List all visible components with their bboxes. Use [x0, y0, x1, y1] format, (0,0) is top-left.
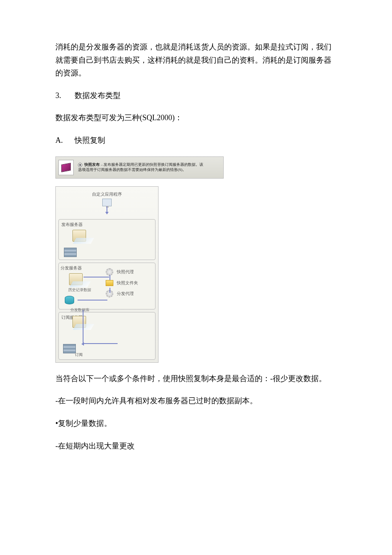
database-cylinder-icon — [65, 296, 74, 304]
bullet-small-data: •复制少量数据。 — [55, 417, 337, 430]
snapshot-option-description: 快照发布 – 发布服务器定期用已更新的快照替换订阅服务器的数据。该 选项适用于订… — [78, 162, 203, 172]
book-icon — [58, 160, 74, 175]
list-text-3: 数据发布类型 — [75, 91, 121, 100]
list-number-3: 3. — [55, 89, 72, 102]
topology-app-segment: 自定义应用程序 — [58, 189, 156, 217]
flow-arrow-icon — [83, 310, 118, 344]
list-item-A: A. 快照复制 — [55, 134, 337, 147]
snapshot-option-title: 快照发布 — [84, 162, 100, 167]
subscription-caption: 订阅 — [75, 352, 83, 358]
list-text-A: 快照复制 — [75, 136, 105, 145]
topology-publisher-segment: 发布服务器 — [58, 219, 156, 260]
figure-snapshot-option-banner: 快照发布 – 发布服务器定期用已更新的快照替换订阅服务器的数据。该 选项适用于订… — [55, 156, 224, 179]
snapshot-option-desc-line2: 选项适用于订阅服务器的数据不需要始终保持为最新的情形(S)。 — [78, 168, 186, 172]
publisher-label: 发布服务器 — [61, 221, 153, 228]
history-data-label: 历史记录数据 — [61, 287, 99, 293]
folder-icon — [106, 280, 113, 286]
snapshot-option-desc-line1: – 发布服务器定期用已更新的快照替换订阅服务器的数据。该 — [100, 162, 203, 167]
figure-replication-topology: 自定义应用程序 发布服务器 分发服务器 历史记录数据 分发数据库 快照代理 快照… — [55, 186, 159, 363]
custom-app-label: 自定义应用程序 — [61, 191, 153, 198]
topology-subscriber-segment: 订阅服务器 订阅 — [58, 312, 156, 360]
paragraph-resource: 消耗的是分发服务器的资源，也就是消耗送货人员的资源。如果是拉式订阅，我们就需要自… — [55, 40, 337, 80]
topology-distributor-segment: 分发服务器 历史记录数据 分发数据库 快照代理 快照文件夹 分发代理 — [58, 263, 156, 309]
list-item-3: 3. 数据发布类型 — [55, 89, 337, 102]
database-stack-icon — [64, 248, 77, 257]
distribution-agent-label: 分发代理 — [117, 290, 134, 297]
arrow-down-icon — [107, 206, 107, 214]
distributor-label: 分发服务器 — [61, 265, 99, 272]
database-stack-icon — [63, 344, 76, 353]
paragraph-conditions-intro: 当符合以下一个或多个条件时，使用快照复制本身是最合适的：-很少更改数据。 — [55, 372, 337, 385]
monitor-icon — [102, 199, 112, 206]
list-number-A: A. — [55, 134, 72, 147]
bullet-burst-changes: -在短期内出现大量更改 — [55, 439, 337, 453]
paragraph-types-intro: 数据发布类型可发为三种(SQL2000)： — [55, 111, 337, 124]
radio-icon — [78, 163, 82, 167]
server-icon — [72, 230, 86, 242]
snapshot-folder-label: 快照文件夹 — [117, 280, 138, 286]
bullet-outdated-copy: -在一段时间内允许具有相对发布服务器已过时的数据副本。 — [55, 394, 337, 408]
snapshot-agent-label: 快照代理 — [117, 269, 134, 275]
server-icon — [69, 273, 83, 285]
